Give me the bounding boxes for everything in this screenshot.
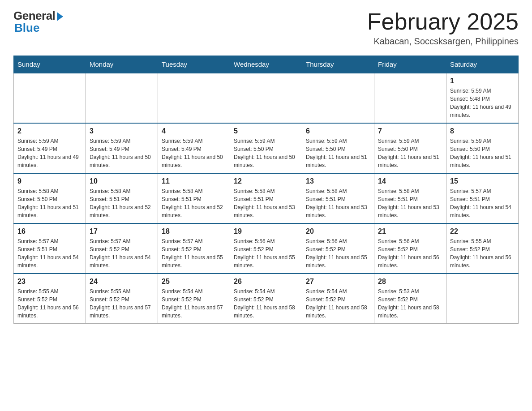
day-info: Sunrise: 5:56 AMSunset: 5:52 PMDaylight:… bbox=[234, 237, 298, 270]
day-info: Sunrise: 5:56 AMSunset: 5:52 PMDaylight:… bbox=[378, 237, 442, 270]
calendar-cell bbox=[14, 73, 86, 123]
day-info: Sunrise: 5:59 AMSunset: 5:48 PMDaylight:… bbox=[450, 87, 515, 119]
day-number: 19 bbox=[234, 227, 298, 235]
calendar-week-row: 16Sunrise: 5:57 AMSunset: 5:51 PMDayligh… bbox=[14, 223, 519, 274]
day-info: Sunrise: 5:55 AMSunset: 5:52 PMDaylight:… bbox=[450, 237, 515, 270]
calendar-cell: 28Sunrise: 5:53 AMSunset: 5:52 PMDayligh… bbox=[374, 274, 446, 324]
calendar-cell: 27Sunrise: 5:54 AMSunset: 5:52 PMDayligh… bbox=[302, 274, 374, 324]
day-info: Sunrise: 5:57 AMSunset: 5:52 PMDaylight:… bbox=[162, 237, 226, 270]
calendar-cell: 13Sunrise: 5:58 AMSunset: 5:51 PMDayligh… bbox=[302, 173, 374, 223]
calendar-cell: 25Sunrise: 5:54 AMSunset: 5:52 PMDayligh… bbox=[158, 274, 230, 324]
calendar-cell: 23Sunrise: 5:55 AMSunset: 5:52 PMDayligh… bbox=[14, 274, 86, 324]
calendar-week-row: 9Sunrise: 5:58 AMSunset: 5:50 PMDaylight… bbox=[14, 173, 519, 223]
day-number: 21 bbox=[378, 227, 442, 235]
calendar-cell: 7Sunrise: 5:59 AMSunset: 5:50 PMDaylight… bbox=[374, 123, 446, 173]
day-info: Sunrise: 5:59 AMSunset: 5:49 PMDaylight:… bbox=[162, 137, 226, 169]
day-number: 26 bbox=[234, 278, 298, 286]
calendar-cell: 26Sunrise: 5:54 AMSunset: 5:52 PMDayligh… bbox=[230, 274, 302, 324]
calendar-cell: 8Sunrise: 5:59 AMSunset: 5:50 PMDaylight… bbox=[446, 123, 519, 173]
day-number: 10 bbox=[90, 177, 154, 185]
day-number: 1 bbox=[450, 77, 515, 85]
calendar-cell: 18Sunrise: 5:57 AMSunset: 5:52 PMDayligh… bbox=[158, 223, 230, 274]
day-info: Sunrise: 5:58 AMSunset: 5:50 PMDaylight:… bbox=[17, 187, 82, 219]
calendar-cell: 9Sunrise: 5:58 AMSunset: 5:50 PMDaylight… bbox=[14, 173, 86, 223]
day-info: Sunrise: 5:55 AMSunset: 5:52 PMDaylight:… bbox=[90, 287, 154, 320]
day-number: 22 bbox=[450, 227, 515, 235]
calendar-week-row: 1Sunrise: 5:59 AMSunset: 5:48 PMDaylight… bbox=[14, 73, 519, 123]
day-info: Sunrise: 5:58 AMSunset: 5:51 PMDaylight:… bbox=[162, 187, 226, 219]
calendar-header-row: SundayMondayTuesdayWednesdayThursdayFrid… bbox=[14, 56, 519, 73]
day-info: Sunrise: 5:57 AMSunset: 5:52 PMDaylight:… bbox=[90, 237, 154, 270]
day-number: 15 bbox=[450, 177, 515, 185]
day-number: 11 bbox=[162, 177, 226, 185]
calendar-cell: 14Sunrise: 5:58 AMSunset: 5:51 PMDayligh… bbox=[374, 173, 446, 223]
day-number: 12 bbox=[234, 177, 298, 185]
day-number: 6 bbox=[306, 127, 370, 135]
calendar-cell bbox=[446, 274, 519, 324]
day-number: 24 bbox=[90, 278, 154, 286]
day-number: 25 bbox=[162, 278, 226, 286]
day-info: Sunrise: 5:58 AMSunset: 5:51 PMDaylight:… bbox=[378, 187, 442, 219]
logo-arrow-icon bbox=[57, 12, 63, 21]
calendar-cell: 2Sunrise: 5:59 AMSunset: 5:49 PMDaylight… bbox=[14, 123, 86, 173]
day-number: 16 bbox=[17, 227, 82, 235]
day-number: 9 bbox=[17, 177, 82, 185]
calendar-cell bbox=[230, 73, 302, 123]
calendar-cell bbox=[374, 73, 446, 123]
day-number: 28 bbox=[378, 278, 442, 286]
calendar-cell bbox=[158, 73, 230, 123]
day-info: Sunrise: 5:56 AMSunset: 5:52 PMDaylight:… bbox=[306, 237, 370, 270]
day-info: Sunrise: 5:59 AMSunset: 5:50 PMDaylight:… bbox=[450, 137, 515, 169]
title-section: February 2025 Kabacan, Soccsksargen, Phi… bbox=[367, 9, 519, 47]
calendar-cell: 12Sunrise: 5:58 AMSunset: 5:51 PMDayligh… bbox=[230, 173, 302, 223]
day-info: Sunrise: 5:59 AMSunset: 5:50 PMDaylight:… bbox=[234, 137, 298, 169]
day-info: Sunrise: 5:59 AMSunset: 5:49 PMDaylight:… bbox=[17, 137, 82, 169]
day-info: Sunrise: 5:59 AMSunset: 5:49 PMDaylight:… bbox=[90, 137, 154, 169]
calendar-cell: 10Sunrise: 5:58 AMSunset: 5:51 PMDayligh… bbox=[86, 173, 158, 223]
calendar-cell: 17Sunrise: 5:57 AMSunset: 5:52 PMDayligh… bbox=[86, 223, 158, 274]
weekday-header-saturday: Saturday bbox=[446, 56, 519, 73]
weekday-header-thursday: Thursday bbox=[302, 56, 374, 73]
calendar-cell: 15Sunrise: 5:57 AMSunset: 5:51 PMDayligh… bbox=[446, 173, 519, 223]
weekday-header-wednesday: Wednesday bbox=[230, 56, 302, 73]
location-title: Kabacan, Soccsksargen, Philippines bbox=[367, 36, 519, 47]
month-title: February 2025 bbox=[367, 9, 519, 34]
day-number: 3 bbox=[90, 127, 154, 135]
day-info: Sunrise: 5:55 AMSunset: 5:52 PMDaylight:… bbox=[17, 287, 82, 320]
calendar-cell: 16Sunrise: 5:57 AMSunset: 5:51 PMDayligh… bbox=[14, 223, 86, 274]
day-number: 27 bbox=[306, 278, 370, 286]
calendar-cell bbox=[302, 73, 374, 123]
day-number: 14 bbox=[378, 177, 442, 185]
day-info: Sunrise: 5:53 AMSunset: 5:52 PMDaylight:… bbox=[378, 287, 442, 320]
calendar-cell: 5Sunrise: 5:59 AMSunset: 5:50 PMDaylight… bbox=[230, 123, 302, 173]
day-info: Sunrise: 5:54 AMSunset: 5:52 PMDaylight:… bbox=[306, 287, 370, 320]
day-info: Sunrise: 5:54 AMSunset: 5:52 PMDaylight:… bbox=[162, 287, 226, 320]
day-number: 18 bbox=[162, 227, 226, 235]
weekday-header-friday: Friday bbox=[374, 56, 446, 73]
calendar-cell: 4Sunrise: 5:59 AMSunset: 5:49 PMDaylight… bbox=[158, 123, 230, 173]
day-number: 17 bbox=[90, 227, 154, 235]
calendar-cell: 24Sunrise: 5:55 AMSunset: 5:52 PMDayligh… bbox=[86, 274, 158, 324]
day-info: Sunrise: 5:59 AMSunset: 5:50 PMDaylight:… bbox=[306, 137, 370, 169]
day-number: 4 bbox=[162, 127, 226, 135]
calendar-cell: 19Sunrise: 5:56 AMSunset: 5:52 PMDayligh… bbox=[230, 223, 302, 274]
calendar-cell: 11Sunrise: 5:58 AMSunset: 5:51 PMDayligh… bbox=[158, 173, 230, 223]
day-info: Sunrise: 5:54 AMSunset: 5:52 PMDaylight:… bbox=[234, 287, 298, 320]
calendar-cell: 3Sunrise: 5:59 AMSunset: 5:49 PMDaylight… bbox=[86, 123, 158, 173]
day-number: 7 bbox=[378, 127, 442, 135]
logo: General Blue bbox=[13, 9, 63, 35]
weekday-header-monday: Monday bbox=[86, 56, 158, 73]
day-info: Sunrise: 5:58 AMSunset: 5:51 PMDaylight:… bbox=[90, 187, 154, 219]
logo-blue-text: Blue bbox=[14, 21, 39, 35]
day-info: Sunrise: 5:59 AMSunset: 5:50 PMDaylight:… bbox=[378, 137, 442, 169]
day-info: Sunrise: 5:57 AMSunset: 5:51 PMDaylight:… bbox=[17, 237, 82, 270]
day-number: 8 bbox=[450, 127, 515, 135]
day-number: 2 bbox=[17, 127, 82, 135]
calendar-cell bbox=[86, 73, 158, 123]
day-number: 20 bbox=[306, 227, 370, 235]
calendar-cell: 20Sunrise: 5:56 AMSunset: 5:52 PMDayligh… bbox=[302, 223, 374, 274]
calendar-week-row: 2Sunrise: 5:59 AMSunset: 5:49 PMDaylight… bbox=[14, 123, 519, 173]
day-info: Sunrise: 5:58 AMSunset: 5:51 PMDaylight:… bbox=[234, 187, 298, 219]
calendar-cell: 1Sunrise: 5:59 AMSunset: 5:48 PMDaylight… bbox=[446, 73, 519, 123]
calendar-cell: 6Sunrise: 5:59 AMSunset: 5:50 PMDaylight… bbox=[302, 123, 374, 173]
